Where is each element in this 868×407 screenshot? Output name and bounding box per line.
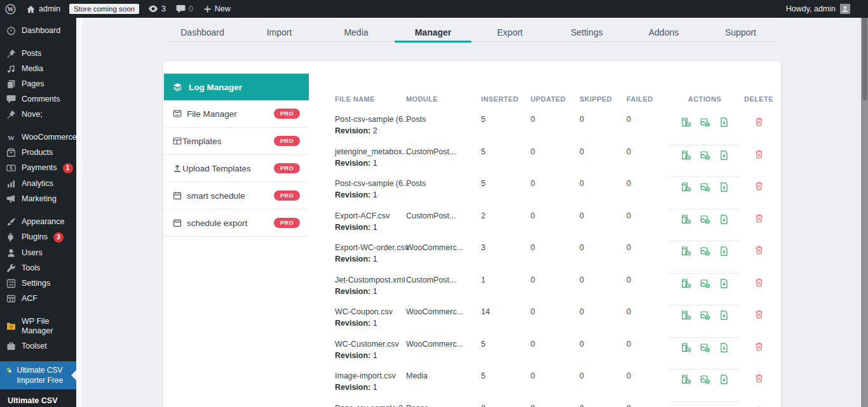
- file-cell: WC-Coupon.csv Revision: 1: [335, 305, 406, 337]
- site-menu[interactable]: admin: [21, 0, 65, 18]
- panel-item-log-manager[interactable]: Log Manager: [164, 74, 309, 100]
- sidebar-item-media[interactable]: Media: [0, 61, 76, 76]
- sidebar-item-acf[interactable]: ACF: [0, 291, 76, 306]
- file-download-icon[interactable]: [719, 278, 729, 289]
- user-icon: [6, 248, 16, 258]
- sidebar-item-wp-file-manager[interactable]: WP File Manager: [0, 314, 76, 338]
- file-log-icon[interactable]: [681, 182, 691, 192]
- file-error-icon[interactable]: [700, 150, 710, 161]
- dashboard-icon: [6, 26, 16, 36]
- pin-icon: [6, 110, 16, 119]
- revision-line: Revision: 1: [335, 287, 406, 296]
- panel-item-smart-schedule[interactable]: smart schedule PRO: [164, 182, 309, 210]
- sidebar-item-products[interactable]: Products: [0, 145, 76, 160]
- my-account-menu[interactable]: Howdy, admin: [786, 4, 868, 14]
- file-download-icon[interactable]: [719, 150, 729, 161]
- delete-button[interactable]: [754, 373, 764, 401]
- file-log-icon[interactable]: [681, 150, 691, 161]
- file-download-icon[interactable]: [719, 182, 729, 192]
- panel-item-file-manager[interactable]: File Manager PRO: [164, 100, 309, 128]
- file-log-icon[interactable]: [681, 310, 691, 321]
- file-error-icon[interactable]: [700, 374, 710, 385]
- sidebar-item-marketing[interactable]: Marketing: [0, 191, 76, 206]
- delete-cell: [740, 241, 778, 273]
- avatar: [840, 4, 850, 14]
- file-download-icon[interactable]: [719, 342, 729, 353]
- sidebar-item-payments[interactable]: $ Payments 1: [0, 160, 76, 176]
- delete-button[interactable]: [754, 181, 764, 209]
- file-download-icon[interactable]: [719, 310, 729, 321]
- comments-menu[interactable]: 0: [171, 0, 198, 18]
- store-coming-soon-badge[interactable]: Store coming soon: [69, 4, 139, 14]
- actions-cell: [670, 112, 740, 145]
- inserted-cell: 14: [481, 305, 531, 337]
- sidebar-item-woocommerce[interactable]: W WooCommerce: [0, 130, 76, 145]
- file-error-icon[interactable]: [700, 117, 710, 128]
- scrollbar[interactable]: [861, 0, 868, 407]
- sidebar-item-tools[interactable]: Tools: [0, 260, 76, 276]
- submenu-item-current[interactable]: Ultimate CSV Importer Free: [8, 396, 69, 407]
- tab-media[interactable]: Media: [318, 23, 395, 41]
- sidebar-item-nove[interactable]: Nove;: [0, 107, 76, 122]
- disk-icon: [173, 109, 182, 118]
- file-error-icon[interactable]: [700, 246, 710, 257]
- file-log-icon[interactable]: [681, 117, 691, 128]
- tab-support[interactable]: Support: [702, 23, 779, 41]
- panel-item-schedule-export[interactable]: schedule export PRO: [164, 210, 309, 237]
- scrollbar-thumb[interactable]: [862, 11, 867, 100]
- file-log-icon[interactable]: [681, 374, 691, 385]
- tab-settings[interactable]: Settings: [548, 23, 625, 41]
- sidebar-item-plugins[interactable]: Plugins 3: [0, 229, 76, 245]
- file-error-icon[interactable]: [700, 182, 710, 192]
- new-content-menu[interactable]: New: [198, 0, 236, 18]
- delete-button[interactable]: [754, 342, 764, 370]
- file-download-icon[interactable]: [719, 117, 729, 128]
- sidebar-item-posts[interactable]: Posts: [0, 46, 76, 61]
- sidebar-item-analytics[interactable]: Analytics: [0, 176, 76, 191]
- panel-item-templates[interactable]: Templates PRO: [164, 128, 309, 155]
- delete-button[interactable]: [754, 277, 764, 305]
- tab-manager[interactable]: Manager: [395, 23, 471, 41]
- header-skipped: SKIPPED: [580, 95, 627, 103]
- file-download-icon[interactable]: [719, 246, 729, 257]
- file-error-icon[interactable]: [700, 310, 710, 321]
- file-error-icon[interactable]: [700, 278, 710, 289]
- tab-export[interactable]: Export: [471, 23, 548, 41]
- file-download-icon[interactable]: [719, 374, 729, 385]
- file-error-icon[interactable]: [700, 342, 710, 353]
- panel-item-upload-templates[interactable]: Upload Templates PRO: [164, 155, 309, 182]
- tab-import[interactable]: Import: [241, 23, 318, 41]
- module-cell: CustomPost...: [406, 145, 481, 177]
- sidebar-item-toolset[interactable]: Toolset: [0, 338, 76, 354]
- file-cell: Image-import.csv Revision: 1: [335, 369, 406, 401]
- delete-button[interactable]: [754, 149, 764, 177]
- plugin-tab-bar: Dashboard Import Media Manager Export Se…: [164, 23, 779, 42]
- delete-button[interactable]: [754, 245, 764, 273]
- sidebar-item-users[interactable]: Users: [0, 245, 76, 260]
- file-name: Post-csv-sample (6...: [335, 115, 406, 124]
- sidebar-item-settings[interactable]: Settings: [0, 276, 76, 291]
- file-log-icon[interactable]: [681, 214, 691, 225]
- header-inserted: INSERTED: [481, 95, 531, 103]
- wordpress-logo-menu[interactable]: W: [0, 0, 21, 18]
- updates-count: 3: [161, 4, 166, 13]
- file-error-icon[interactable]: [700, 214, 710, 225]
- tab-dashboard[interactable]: Dashboard: [164, 23, 241, 41]
- updates-menu[interactable]: 3: [143, 0, 171, 18]
- sidebar-item-appearance[interactable]: Appearance: [0, 214, 76, 229]
- file-log-icon[interactable]: [681, 246, 691, 257]
- sidebar-item-ultimate-csv-importer[interactable]: CSV Ultimate CSV Importer Free: [0, 361, 76, 389]
- file-download-icon[interactable]: [719, 214, 729, 225]
- tab-addons[interactable]: Addons: [625, 23, 702, 41]
- file-log-icon[interactable]: [681, 278, 691, 289]
- sidebar-item-comments[interactable]: Comments: [0, 91, 76, 107]
- delete-cell: [740, 401, 778, 407]
- file-log-icon[interactable]: [681, 342, 691, 353]
- sidebar-item-dashboard[interactable]: Dashboard: [0, 23, 76, 38]
- delete-cell: [740, 145, 778, 177]
- delete-button[interactable]: [754, 117, 764, 145]
- sidebar-item-pages[interactable]: Pages: [0, 76, 76, 91]
- delete-button[interactable]: [754, 213, 764, 241]
- delete-button[interactable]: [754, 309, 764, 337]
- revision-line: Revision: 1: [335, 319, 406, 328]
